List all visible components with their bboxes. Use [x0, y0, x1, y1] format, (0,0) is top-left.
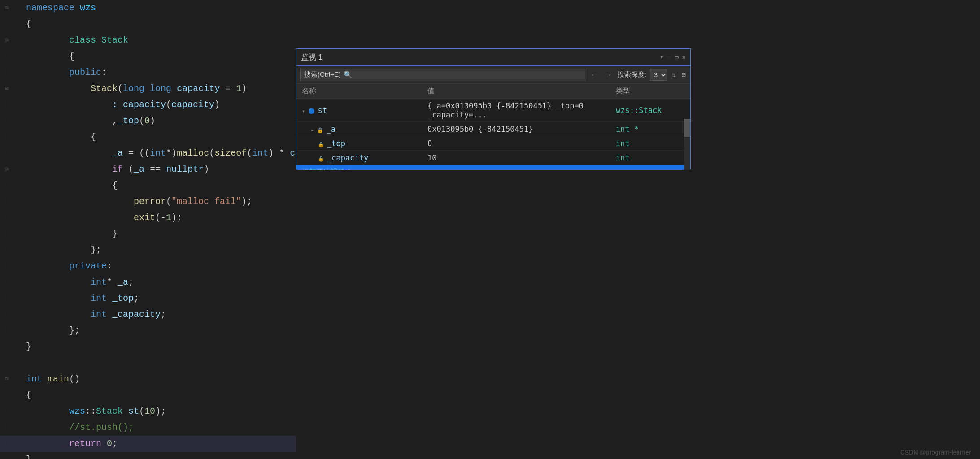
grid-icon[interactable]: ⊞	[680, 69, 687, 80]
watch-row[interactable]: ▸ 🔒_a0x013095b0 {-842150451}int *	[296, 122, 690, 136]
indent-space	[26, 32, 69, 48]
indent-guide: ┊	[4, 194, 6, 210]
indent-guide: ┊	[4, 242, 6, 258]
watch-toolbar: 搜索(Ctrl+E) 🔍 ← → 搜索深度: 3 1 2 4 5 ⇅ ⊞	[296, 66, 690, 84]
watch-row-type: int	[610, 136, 690, 151]
col-name: 名称	[296, 84, 422, 99]
code-token	[144, 81, 150, 97]
code-token: if	[112, 161, 123, 178]
nav-forward-button[interactable]: →	[603, 70, 614, 80]
indent-guide: ┊	[4, 65, 6, 81]
watch-row-name: 🔒_top	[296, 136, 422, 151]
watch-row-name-text: _capacity	[327, 153, 368, 162]
line-gutter: ┊	[4, 65, 26, 81]
code-token: ;	[134, 290, 139, 307]
add-watch-row[interactable]: 添加要监视的项	[296, 165, 690, 170]
indent-space	[26, 113, 112, 129]
watch-row[interactable]: 🔒_top0int	[296, 136, 690, 151]
watch-panel-title: 监视 1	[301, 52, 322, 62]
watch-obj-icon: 🔵	[308, 108, 315, 114]
watch-row-name-text: st	[318, 106, 327, 115]
add-watch-label[interactable]: 添加要监视的项	[296, 165, 690, 170]
code-token: };	[69, 323, 80, 339]
indent-guide: ┊	[4, 129, 6, 145]
depth-label: 搜索深度:	[618, 70, 646, 79]
line-gutter: ⊟	[4, 32, 26, 48]
code-token: ;	[112, 436, 118, 452]
code-token	[107, 307, 112, 323]
watch-scrollbar-thumb[interactable]	[684, 119, 690, 137]
collapse-button[interactable]: ⊟	[4, 371, 10, 387]
indent-space	[26, 258, 69, 274]
code-line: ┊ {	[0, 48, 296, 65]
code-token: class	[69, 32, 96, 48]
code-line: ┊ exit(-1);	[0, 210, 296, 226]
watch-row[interactable]: 🔒_capacity10int	[296, 151, 690, 165]
code-token	[123, 403, 128, 420]
restore-icon[interactable]: ▭	[675, 53, 678, 61]
code-token: }	[26, 339, 31, 355]
code-token: :_capacity	[112, 97, 166, 113]
collapse-button[interactable]: ⊟	[4, 161, 10, 178]
line-gutter: ┊	[4, 194, 26, 210]
watch-row-type: wzs::Stack	[610, 99, 690, 122]
search-box[interactable]: 搜索(Ctrl+E) 🔍	[300, 69, 585, 81]
code-token	[107, 290, 112, 307]
indent-guide: ┊	[4, 290, 6, 307]
code-token: long	[123, 81, 144, 97]
minimize-icon[interactable]: ─	[667, 54, 671, 61]
code-token: )	[268, 145, 274, 161]
code-token: {	[26, 16, 31, 32]
code-token: int	[150, 145, 166, 161]
code-token: *	[279, 145, 284, 161]
line-gutter: ┊	[4, 97, 26, 113]
watch-lock-icon: 🔒	[317, 127, 323, 133]
close-icon[interactable]: ✕	[682, 53, 686, 61]
code-token: Stack	[91, 81, 118, 97]
line-gutter: ┊	[4, 210, 26, 226]
indent-guide: ┊	[4, 307, 6, 323]
watch-row-type: int *	[610, 122, 690, 136]
indent-space	[26, 178, 112, 194]
expand-icon[interactable]: ▾	[302, 108, 308, 114]
code-token: {	[69, 48, 74, 65]
indent-space	[26, 48, 69, 65]
code-line: ┊ };	[0, 323, 296, 339]
search-icon[interactable]: 🔍	[344, 70, 353, 79]
watch-row-name-text: _top	[327, 139, 345, 148]
code-token: capacity	[171, 97, 214, 113]
code-line: ┊ perror("malloc fail");	[0, 194, 296, 210]
line-gutter: ┊	[4, 307, 26, 323]
code-token: )	[241, 81, 247, 97]
code-token: int	[91, 307, 107, 323]
sort-icon[interactable]: ⇅	[671, 69, 677, 80]
col-value: 值	[422, 84, 610, 99]
indent-guide: ┊	[4, 48, 6, 65]
watch-row[interactable]: ▾ 🔵st{_a=0x013095b0 {-842150451} _top=0 …	[296, 99, 690, 122]
code-token: )	[214, 97, 220, 113]
indent-space	[26, 226, 112, 242]
expand-icon[interactable]: ▸	[311, 127, 317, 133]
code-token	[231, 81, 236, 97]
code-token	[284, 145, 290, 161]
code-token	[171, 81, 177, 97]
code-token: (	[139, 113, 144, 129]
code-token	[96, 32, 101, 48]
collapse-button[interactable]: ⊟	[4, 0, 10, 16]
code-line: ⊟namespace wzs	[0, 0, 296, 16]
collapse-button[interactable]: ⊟	[4, 81, 10, 97]
depth-select[interactable]: 3 1 2 4 5	[650, 69, 667, 81]
watch-scrollbar[interactable]	[684, 119, 690, 170]
indent-guide: ┊	[4, 258, 6, 274]
code-token: ;	[128, 274, 134, 290]
code-editor: ⊟namespace wzs{⊟ class Stack┊ {┊ public:…	[0, 0, 296, 459]
collapse-button[interactable]: ⊟	[4, 32, 10, 48]
code-line: ┊ wzs::Stack st(10);	[0, 403, 296, 420]
code-line: ┊ int _top;	[0, 290, 296, 307]
line-gutter: ⊟	[4, 0, 26, 16]
nav-back-button[interactable]: ←	[589, 70, 600, 80]
code-token: (	[166, 194, 171, 210]
indent-space	[26, 242, 91, 258]
dropdown-icon[interactable]: ▾	[660, 53, 663, 61]
code-line: {	[0, 387, 296, 403]
